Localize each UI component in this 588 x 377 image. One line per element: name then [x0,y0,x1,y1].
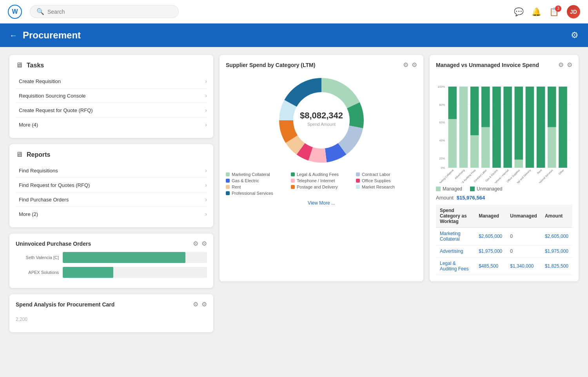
cell-category-1[interactable]: Marketing Collateral [436,228,475,245]
table-row: Legal & Auditing Fees $485,500 $1,340,00… [436,257,572,275]
legend-marketing-collateral: Marketing Collateral [232,172,270,177]
donut-card-title: Supplier Spend by Category (LTM) [226,62,315,68]
avatar[interactable]: JD [567,5,580,18]
svg-rect-33 [503,87,512,168]
legend-postage: Postage and Delivery [297,185,338,189]
legend-rent: Rent [232,185,241,189]
svg-text:Marketing Collateral: Marketing Collateral [436,169,454,183]
reports-title: Reports [27,151,50,158]
amount-value[interactable]: $15,976,564 [457,195,485,201]
task-more-label: More (4) [16,122,38,128]
bar-chart-title: Managed vs Unmanaged Invoice Spend [436,62,539,68]
po-label-2: APEX Solutions [16,270,59,275]
spend-analysis-card: Spend Analysis for Procurement Card ⚙ ⚙ … [9,294,213,332]
svg-text:20%: 20% [439,157,445,160]
svg-rect-32 [492,87,501,168]
svg-text:$8,082,342: $8,082,342 [300,111,343,120]
svg-rect-40 [559,87,567,168]
report-more[interactable]: More (2) › [16,207,207,221]
table-row: Marketing Collateral $2,605,000 0 $2,605… [436,228,572,245]
chevron-icon: › [205,182,207,188]
svg-rect-28 [470,135,479,168]
bar-chart-container: 100% 80% 60% 40% 20% 0% [436,73,572,183]
svg-text:60%: 60% [439,121,445,124]
header-bar: ← Procurement ⚙ [0,24,588,47]
top-nav: W 🔍 💬 🔔 📋 3 JD [0,0,588,24]
view-more-link[interactable]: View More ... [226,200,417,206]
chart-legend: Managed Unmanaged [436,186,572,192]
reports-card: 🖥 Reports Find Requisitions › Find Reque… [9,144,213,227]
legend-unmanaged: Unmanaged [477,186,502,192]
back-button[interactable]: ← [9,31,17,40]
settings-bar-icon[interactable]: ⚙ [567,61,572,69]
spend-analysis-icons[interactable]: ⚙ ⚙ [193,301,207,308]
donut-card-icons[interactable]: ⚙ ⚙ [403,61,417,69]
svg-rect-30 [481,127,490,168]
col-category: Spend Category as Worktag [436,205,475,228]
settings-icon[interactable]: ⚙ [571,30,579,40]
inbox-badge: 3 [555,5,561,12]
bar-chart-svg: 100% 80% 60% 40% 20% 0% [436,73,572,183]
po-bar-fill-2 [63,267,113,278]
report-find-requisitions-label: Find Requisitions [16,168,58,174]
task-create-rfq[interactable]: Create Request for Quote (RFQ) › [16,103,207,118]
po-bar-row-1: Seth Valencia [C] [16,252,207,263]
svg-text:80%: 80% [439,103,445,107]
filter-spend-icon[interactable]: ⚙ [193,301,198,308]
bar-chart-icons[interactable]: ⚙ ⚙ [558,61,572,69]
filter-icon[interactable]: ⚙ [403,61,408,69]
report-find-po-label: Find Purchase Orders [16,197,69,203]
chevron-icon: › [205,78,207,84]
cell-category-3[interactable]: Legal & Auditing Fees [436,257,475,275]
report-find-requisitions[interactable]: Find Requisitions › [16,163,207,178]
filter-bar-icon[interactable]: ⚙ [558,61,564,69]
page-title: Procurement [23,30,81,41]
cell-unmanaged-3: $1,340,000 [506,257,541,275]
svg-rect-34 [515,160,523,168]
svg-rect-38 [548,127,556,168]
settings-po-icon[interactable]: ⚙ [201,240,207,247]
legend-legal-fees: Legal & Auditing Fees [297,172,339,177]
inbox-icon[interactable]: 📋 3 [549,7,559,16]
report-find-po[interactable]: Find Purchase Orders › [16,192,207,207]
chevron-icon: › [205,121,207,128]
cell-category-2[interactable]: Advertising [436,245,475,257]
search-input[interactable] [47,9,172,15]
cell-amount-2: $1,975,000 [541,245,572,257]
svg-rect-27 [459,87,468,168]
svg-text:Other: Other [558,169,564,175]
po-card-icons[interactable]: ⚙ ⚙ [193,240,207,247]
svg-text:0%: 0% [441,166,445,170]
col-managed: Managed [475,205,506,228]
spend-analysis-title: Spend Analysis for Procurement Card [16,301,114,308]
filter-po-icon[interactable]: ⚙ [193,240,198,247]
reports-icon: 🖥 [16,150,23,159]
po-bar-track-1 [63,252,207,263]
donut-card: Supplier Spend by Category (LTM) ⚙ ⚙ [220,55,423,281]
chevron-icon: › [205,107,207,113]
legend-market-research: Market Research [362,185,395,189]
cell-managed-2: $1,975,000 [475,245,506,257]
chat-icon[interactable]: 💬 [514,7,524,16]
po-bar-fill-1 [63,252,185,263]
cell-amount-3: $1,825,500 [541,257,572,275]
svg-text:Advertising: Advertising [454,169,465,180]
cell-amount-1: $2,605,000 [541,228,572,245]
task-sourcing-console[interactable]: Requisition Sourcing Console › [16,89,207,103]
svg-rect-29 [470,87,479,135]
reports-list: Find Requisitions › Find Request for Quo… [16,163,207,221]
table-row: Advertising $1,975,000 0 $1,975,000 [436,245,572,257]
donut-svg: $8,082,342 Spend Amount [274,73,368,167]
task-create-requisition[interactable]: Create Requisition › [16,74,207,89]
search-bar[interactable]: 🔍 [30,5,179,18]
po-card-title: Uninvoiced Purchase Orders [16,241,91,247]
main-content: Supplier Spend by Category (LTM) ⚙ ⚙ [0,47,588,340]
settings-spend-icon[interactable]: ⚙ [201,301,207,308]
report-find-rfq[interactable]: Find Request for Quotes (RFQ) › [16,178,207,192]
legend-telephone-internet: Telephone / Internet [297,178,335,183]
bell-icon[interactable]: 🔔 [532,7,541,16]
settings-donut-icon[interactable]: ⚙ [412,61,417,69]
chevron-icon: › [205,211,207,217]
logo-area: W [8,5,22,19]
task-more[interactable]: More (4) › [16,118,207,132]
